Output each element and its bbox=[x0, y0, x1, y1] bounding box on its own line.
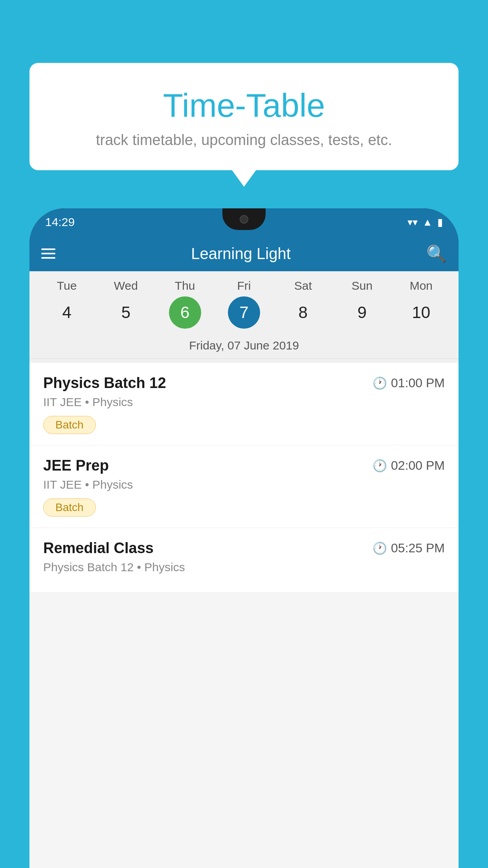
schedule-item[interactable]: Remedial Class🕐 05:25 PMPhysics Batch 12… bbox=[29, 528, 459, 592]
day-col-sun[interactable]: Sun9 bbox=[337, 279, 388, 329]
schedule-item-header: Physics Batch 12🕐 01:00 PM bbox=[43, 375, 445, 392]
schedule-item-header: JEE Prep🕐 02:00 PM bbox=[43, 457, 445, 474]
schedule-time: 🕐 01:00 PM bbox=[372, 376, 445, 390]
day-col-fri[interactable]: Fri7 bbox=[218, 279, 270, 329]
status-bar: 14:29 ▾▾ ▲ ▮ bbox=[29, 208, 459, 236]
schedule-item[interactable]: Physics Batch 12🕐 01:00 PMIIT JEE • Phys… bbox=[29, 363, 459, 445]
wifi-icon: ▾▾ bbox=[407, 216, 418, 228]
schedule-name: JEE Prep bbox=[43, 457, 109, 474]
day-col-thu[interactable]: Thu6 bbox=[160, 279, 211, 329]
schedule-item[interactable]: JEE Prep🕐 02:00 PMIIT JEE • PhysicsBatch bbox=[29, 445, 459, 528]
day-number: 7 bbox=[228, 296, 260, 329]
header-card: Time-Table track timetable, upcoming cla… bbox=[29, 63, 459, 170]
schedule-list: Physics Batch 12🕐 01:00 PMIIT JEE • Phys… bbox=[29, 363, 459, 592]
search-icon[interactable]: 🔍 bbox=[426, 244, 447, 263]
app-bar: Learning Light 🔍 bbox=[29, 236, 459, 271]
batch-badge: Batch bbox=[43, 498, 96, 517]
day-col-sat[interactable]: Sat8 bbox=[277, 279, 328, 329]
day-name: Fri bbox=[237, 279, 251, 292]
day-name: Thu bbox=[175, 279, 195, 292]
clock-icon: 🕐 bbox=[372, 459, 387, 473]
page-subtitle: track timetable, upcoming classes, tests… bbox=[49, 132, 439, 149]
schedule-time: 🕐 02:00 PM bbox=[372, 458, 445, 473]
batch-badge: Batch bbox=[43, 416, 96, 434]
day-name: Wed bbox=[114, 279, 138, 292]
status-icons: ▾▾ ▲ ▮ bbox=[407, 216, 443, 228]
status-time: 14:29 bbox=[45, 215, 75, 229]
notch bbox=[222, 208, 266, 230]
selected-date-label: Friday, 07 June 2019 bbox=[29, 334, 459, 359]
day-col-mon[interactable]: Mon10 bbox=[396, 279, 447, 329]
calendar-section: Tue4Wed5Thu6Fri7Sat8Sun9Mon10 Friday, 07… bbox=[29, 271, 459, 363]
day-name: Sun bbox=[352, 279, 372, 292]
phone-frame: 14:29 ▾▾ ▲ ▮ Learning Light 🔍 Tue4Wed5Th… bbox=[29, 208, 459, 868]
day-number: 5 bbox=[110, 296, 142, 329]
clock-icon: 🕐 bbox=[372, 541, 387, 555]
schedule-meta: IIT JEE • Physics bbox=[43, 395, 445, 409]
day-name: Sat bbox=[294, 279, 312, 292]
schedule-item-header: Remedial Class🕐 05:25 PM bbox=[43, 540, 445, 557]
schedule-meta: Physics Batch 12 • Physics bbox=[43, 561, 445, 574]
day-name: Tue bbox=[57, 279, 77, 292]
hamburger-menu-button[interactable] bbox=[41, 248, 55, 259]
days-row: Tue4Wed5Thu6Fri7Sat8Sun9Mon10 bbox=[29, 279, 459, 329]
schedule-time: 🕐 05:25 PM bbox=[372, 541, 445, 555]
schedule-name: Physics Batch 12 bbox=[43, 375, 166, 392]
signal-icon: ▲ bbox=[422, 216, 433, 228]
phone-content: Tue4Wed5Thu6Fri7Sat8Sun9Mon10 Friday, 07… bbox=[29, 271, 459, 868]
day-name: Mon bbox=[410, 279, 433, 292]
day-number: 9 bbox=[346, 296, 378, 329]
schedule-name: Remedial Class bbox=[43, 540, 154, 557]
day-number: 10 bbox=[405, 296, 437, 329]
day-number: 4 bbox=[51, 296, 83, 329]
day-col-tue[interactable]: Tue4 bbox=[41, 279, 92, 329]
page-title: Time-Table bbox=[49, 86, 439, 125]
day-number: 8 bbox=[287, 296, 319, 329]
camera bbox=[240, 215, 248, 224]
clock-icon: 🕐 bbox=[372, 376, 387, 390]
app-title: Learning Light bbox=[67, 245, 415, 263]
day-col-wed[interactable]: Wed5 bbox=[100, 279, 151, 329]
schedule-meta: IIT JEE • Physics bbox=[43, 478, 445, 491]
battery-icon: ▮ bbox=[437, 216, 443, 228]
day-number: 6 bbox=[169, 296, 201, 329]
